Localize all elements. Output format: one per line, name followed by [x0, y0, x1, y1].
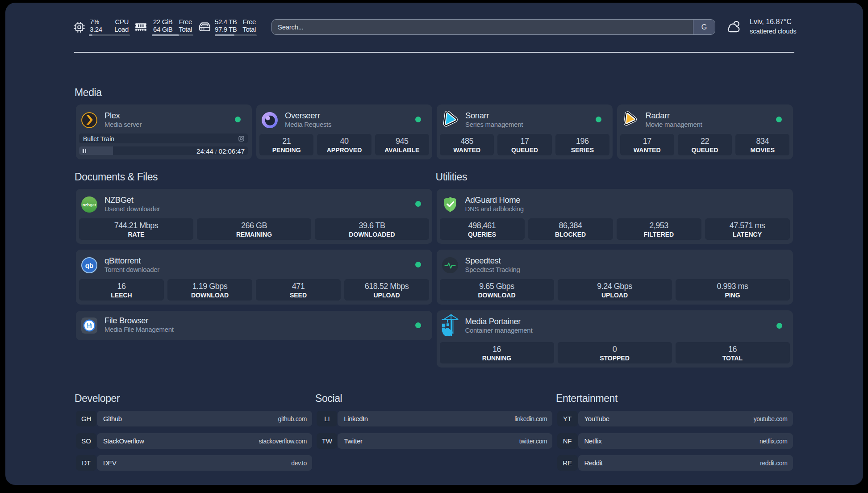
svg-text:qb: qb: [85, 261, 93, 269]
svg-text:nzbget: nzbget: [83, 202, 96, 207]
